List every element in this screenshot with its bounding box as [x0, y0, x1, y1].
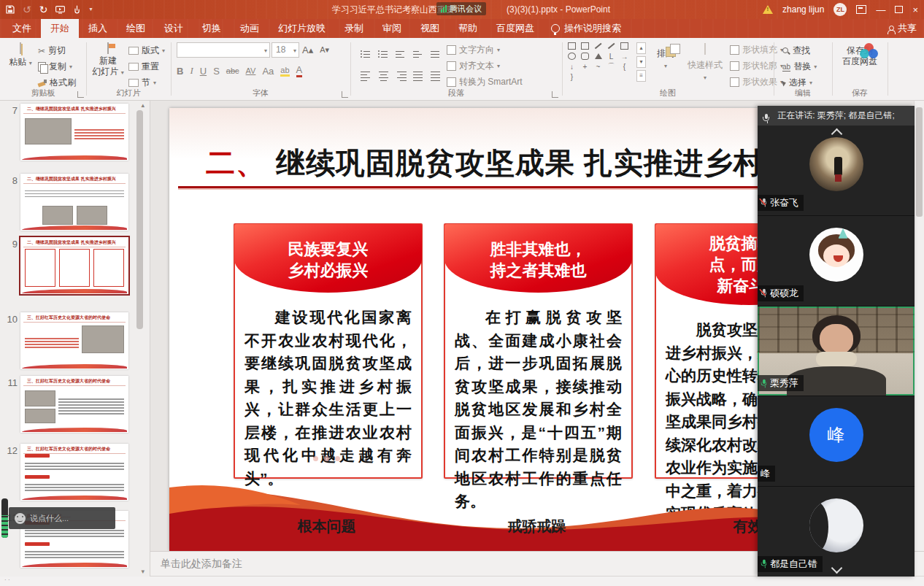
- user-name[interactable]: zhang lijun: [782, 4, 824, 15]
- ribbon-tab-8[interactable]: 录制: [335, 19, 373, 38]
- ribbon-tab-11[interactable]: 帮助: [449, 19, 487, 38]
- italic-button[interactable]: I: [190, 65, 193, 77]
- paragraph-dialog-launcher[interactable]: [552, 91, 558, 98]
- shape-glyph-13[interactable]: ⌒: [607, 63, 615, 70]
- shape-glyph-7[interactable]: [594, 53, 602, 60]
- card-footer-label[interactable]: 戒骄戒躁: [444, 517, 630, 536]
- shape-outline-button[interactable]: 形状轮廓 ▾: [730, 60, 783, 72]
- ribbon-tab-3[interactable]: 绘图: [117, 19, 155, 38]
- font-color-button[interactable]: A: [296, 64, 303, 77]
- redo-icon[interactable]: ↻: [39, 0, 48, 19]
- ribbon-tab-10[interactable]: 视图: [411, 19, 449, 38]
- text-shadow-button[interactable]: S: [213, 66, 220, 77]
- shape-glyph-6[interactable]: [581, 53, 589, 60]
- main-scrollbar[interactable]: [914, 100, 924, 551]
- reset-button[interactable]: 重置: [128, 61, 159, 73]
- ribbon-tab-1[interactable]: 开始: [41, 19, 79, 38]
- main-scrollbar-thumb[interactable]: [916, 107, 923, 217]
- shape-effects-button[interactable]: 形状效果 ▾: [730, 76, 783, 88]
- slide-thumbnail-10[interactable]: 三、扛好红军历史文化资源大省的时代使命: [20, 312, 128, 369]
- columns-button[interactable]: [431, 64, 442, 81]
- ribbon-tab-5[interactable]: 切换: [193, 19, 231, 38]
- restore-button[interactable]: [895, 6, 903, 13]
- shapes-gallery[interactable]: L→↓+~⌒{}: [568, 42, 635, 80]
- bullets-button[interactable]: [361, 44, 371, 58]
- shape-glyph-10[interactable]: ↓: [568, 63, 576, 70]
- save-to-baidu-button[interactable]: 保存到百度网盘: [838, 43, 882, 67]
- quick-styles-button[interactable]: 快速样式▾: [685, 44, 725, 82]
- align-right-button[interactable]: [396, 64, 407, 81]
- ribbon-tab-7[interactable]: 幻灯片放映: [269, 19, 335, 38]
- align-text-button[interactable]: 对齐文本 ▾: [447, 60, 500, 72]
- minimize-button[interactable]: —: [876, 4, 885, 15]
- highlight-color-button[interactable]: ab: [280, 66, 289, 77]
- shape-glyph-8[interactable]: L: [607, 53, 615, 60]
- emoji-icon[interactable]: [15, 513, 26, 524]
- touch-mode-icon[interactable]: [73, 5, 81, 14]
- shape-glyph-9[interactable]: →: [620, 53, 628, 60]
- strikethrough-button[interactable]: abc: [226, 66, 239, 75]
- tell-me-search[interactable]: 操作说明搜索: [544, 19, 628, 38]
- scroll-down-chevron-icon[interactable]: [831, 563, 842, 574]
- find-button[interactable]: 查找: [782, 45, 810, 57]
- shape-glyph-3[interactable]: [607, 42, 615, 50]
- qat-customize-caret[interactable]: ▾: [89, 0, 92, 19]
- participant-tile-1[interactable]: 张奋飞: [758, 126, 915, 216]
- participant-tile-2[interactable]: 硕硕龙: [758, 216, 915, 307]
- decrease-indent-button[interactable]: [396, 44, 407, 58]
- content-card-2[interactable]: 胜非其难也， 持之者其难也在打赢脱贫攻坚战、全面建成小康社会后，进一步巩固拓展脱…: [444, 223, 633, 479]
- slide-thumbnail-9[interactable]: 二、继续巩固脱贫攻坚成果 扎实推进乡村振兴: [20, 237, 128, 294]
- card-footer-label[interactable]: 根本问题: [234, 517, 420, 536]
- user-avatar[interactable]: ZL: [833, 3, 847, 16]
- slide-thumbnail-11[interactable]: 三、扛好红军历史文化资源大省的时代使命: [20, 376, 128, 433]
- font-dialog-launcher[interactable]: [342, 91, 348, 98]
- clipboard-dialog-launcher[interactable]: [77, 91, 84, 98]
- layout-button[interactable]: 版式 ▾: [128, 45, 165, 57]
- cut-button[interactable]: ✂剪切: [38, 45, 66, 57]
- ribbon-tab-12[interactable]: 百度网盘: [487, 19, 544, 38]
- shape-glyph-12[interactable]: ~: [594, 63, 602, 70]
- shape-glyph-0[interactable]: [568, 42, 576, 50]
- paste-button[interactable]: 粘贴 ▾: [6, 43, 35, 69]
- ribbon-tab-4[interactable]: 设计: [155, 19, 193, 38]
- change-case-button[interactable]: Aa: [262, 66, 274, 77]
- save-icon[interactable]: [6, 5, 15, 14]
- font-name-combo[interactable]: ▾: [177, 42, 270, 58]
- shape-glyph-14[interactable]: {: [620, 63, 628, 70]
- align-left-button[interactable]: [361, 64, 371, 81]
- share-button[interactable]: 共享: [888, 19, 917, 38]
- shape-fill-button[interactable]: 形状填充 ▾: [730, 44, 783, 56]
- slide-thumbnail-12[interactable]: 三、扛好红军历史文化资源大省的时代使命: [20, 444, 128, 501]
- tencent-meeting-overlay[interactable]: 腾讯会议: [436, 2, 486, 15]
- bold-button[interactable]: B: [177, 66, 183, 77]
- slide-thumbnail-8[interactable]: 二、继续巩固脱贫攻坚成果 扎实推进乡村振兴: [20, 174, 128, 231]
- start-slideshow-icon[interactable]: [55, 6, 65, 14]
- participant-tile-3[interactable]: 栗秀萍: [758, 307, 915, 397]
- text-direction-button[interactable]: 文字方向 ▾: [447, 44, 500, 56]
- slide-thumbnail-7[interactable]: 二、继续巩固脱贫攻坚成果 扎实推进乡村振兴: [20, 104, 128, 161]
- numbering-button[interactable]: [378, 44, 389, 58]
- participant-tile-4[interactable]: 峰峰: [758, 396, 915, 487]
- font-size-combo[interactable]: 18▾: [272, 42, 299, 58]
- warning-icon[interactable]: [763, 5, 773, 14]
- thumbs-scrollbar[interactable]: [136, 110, 143, 329]
- copy-button[interactable]: 复制 ▾: [38, 61, 72, 73]
- justify-button[interactable]: [413, 64, 424, 81]
- shape-glyph-4[interactable]: [620, 42, 628, 50]
- ribbon-tab-9[interactable]: 审阅: [373, 19, 411, 38]
- ribbon-tab-6[interactable]: 动画: [231, 19, 269, 38]
- participant-tile-5[interactable]: 都是自己错: [758, 487, 915, 577]
- grow-shrink-font[interactable]: A▴A▾: [302, 45, 329, 55]
- character-spacing-button[interactable]: AV: [246, 66, 256, 75]
- increase-indent-button[interactable]: [413, 44, 424, 58]
- undo-icon[interactable]: ↺: [23, 0, 31, 19]
- ribbon-tab-file[interactable]: 文件: [3, 19, 41, 38]
- ribbon-tab-2[interactable]: 插入: [79, 19, 117, 38]
- align-center-button[interactable]: [378, 64, 389, 81]
- close-button[interactable]: ×: [912, 4, 918, 15]
- shapes-gallery-scroll[interactable]: ▴▾≡: [636, 42, 646, 82]
- replace-button[interactable]: ab替换 ▾: [782, 61, 817, 73]
- thumbs-scroll-up-icon[interactable]: ▴: [141, 101, 145, 109]
- meeting-chat-overlay[interactable]: 说点什么...: [9, 507, 115, 529]
- new-slide-button[interactable]: 新建幻灯片 ▾: [92, 43, 124, 77]
